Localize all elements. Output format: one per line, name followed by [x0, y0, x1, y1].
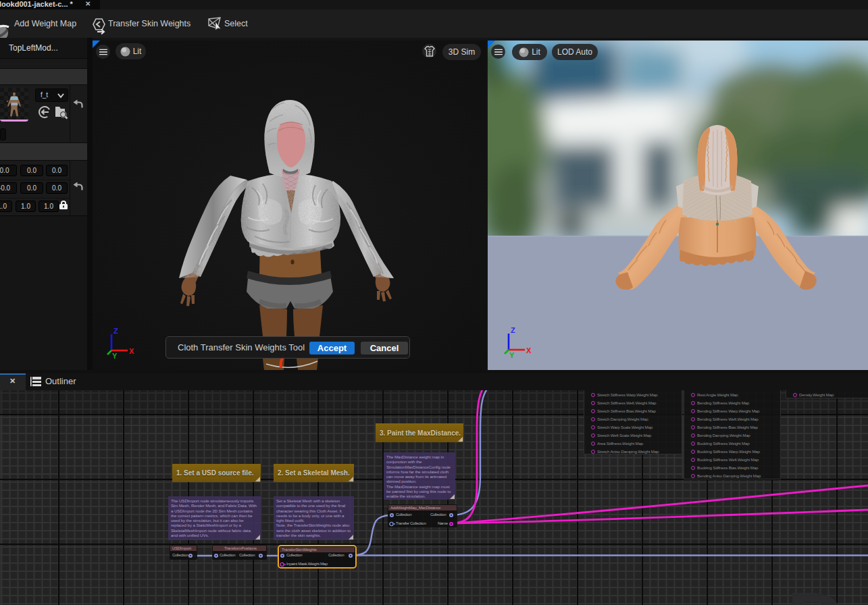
svg-text:Z: Z — [113, 327, 118, 335]
svg-text:Z: Z — [511, 326, 515, 334]
svg-text:Y: Y — [112, 352, 118, 360]
svg-text:X: X — [526, 346, 532, 354]
svg-text:Y: Y — [509, 351, 515, 359]
svg-text:X: X — [129, 347, 134, 355]
